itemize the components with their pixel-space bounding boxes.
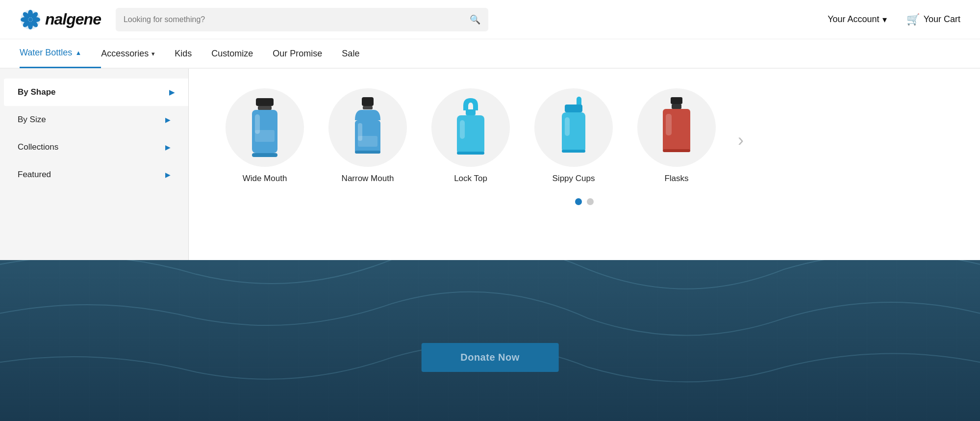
sidebar-menu: By Shape ▶ By Size ▶ Collections ▶ Featu…: [0, 69, 189, 260]
svg-rect-34: [666, 114, 672, 135]
narrow-mouth-label: Narrow Mouth: [342, 174, 394, 184]
narrow-mouth-bottle-icon: [348, 96, 387, 159]
search-input[interactable]: [124, 15, 470, 24]
sidebar-item-featured[interactable]: Featured ▶: [4, 161, 184, 188]
shape-item-sippy-cups[interactable]: Sippy Cups: [527, 88, 620, 184]
sidebar-label-by-shape: By Shape: [18, 87, 55, 97]
shape-item-flasks[interactable]: Flasks: [630, 88, 723, 184]
sidebar-item-by-shape[interactable]: By Shape ▶: [4, 79, 188, 106]
nav-label-kids: Kids: [175, 49, 192, 59]
by-shape-arrow-icon: ▶: [169, 88, 175, 96]
carousel-dot-1[interactable]: [575, 198, 582, 205]
content-panel: Wide Mouth: [189, 69, 980, 260]
header-right: Your Account ▾ 🛒 Your Cart: [828, 13, 960, 26]
nav-label-sale: Sale: [342, 49, 359, 59]
donate-now-button[interactable]: Donate Now: [421, 343, 559, 372]
svg-rect-11: [258, 106, 272, 110]
svg-rect-24: [460, 120, 465, 139]
cart-label: Your Cart: [924, 14, 960, 25]
logo-area[interactable]: nalgene: [20, 9, 101, 30]
narrow-mouth-circle: [328, 88, 407, 167]
search-icon: 🔍: [470, 14, 480, 25]
nav-item-customize[interactable]: Customize: [211, 39, 273, 68]
sippy-cup-bottle-icon: [554, 96, 593, 159]
sidebar-label-by-size: By Size: [18, 115, 46, 125]
svg-rect-17: [363, 106, 373, 109]
svg-point-9: [28, 18, 32, 22]
sidebar-item-by-size[interactable]: By Size ▶: [4, 106, 184, 133]
svg-rect-31: [671, 97, 682, 104]
sidebar-item-collections[interactable]: Collections ▶: [4, 133, 184, 161]
shape-item-wide-mouth[interactable]: Wide Mouth: [218, 88, 311, 184]
cart-button[interactable]: 🛒 Your Cart: [906, 13, 960, 26]
nav-label-accessories: Accessories: [101, 49, 149, 59]
wide-mouth-bottle-icon: [245, 96, 284, 159]
header: nalgene 🔍 Your Account ▾ 🛒 Your Cart: [0, 0, 980, 39]
svg-rect-20: [358, 136, 377, 147]
nav-item-accessories[interactable]: Accessories ▾: [101, 39, 175, 68]
svg-rect-15: [252, 153, 277, 157]
sippy-cups-label: Sippy Cups: [553, 174, 595, 184]
flasks-label: Flasks: [664, 174, 688, 184]
cart-icon: 🛒: [906, 13, 920, 26]
svg-rect-10: [256, 98, 274, 106]
logo-text: nalgene: [45, 10, 101, 28]
svg-rect-21: [355, 151, 380, 154]
account-label: Your Account: [828, 14, 879, 25]
featured-arrow-icon: ▶: [165, 171, 171, 179]
sidebar-label-featured: Featured: [18, 170, 51, 180]
nav-item-sale[interactable]: Sale: [342, 39, 379, 68]
collections-arrow-icon: ▶: [165, 143, 171, 151]
nav-item-our-promise[interactable]: Our Promise: [273, 39, 342, 68]
flask-bottle-icon: [657, 96, 696, 159]
svg-rect-22: [466, 109, 476, 115]
account-chevron-down-icon: ▾: [882, 14, 887, 25]
svg-rect-32: [672, 104, 681, 109]
shape-item-narrow-mouth[interactable]: Narrow Mouth: [321, 88, 414, 184]
sidebar-label-collections: Collections: [18, 142, 58, 152]
nav-item-kids[interactable]: Kids: [175, 39, 211, 68]
accessories-chevron-down-icon: ▾: [151, 50, 155, 57]
svg-rect-35: [663, 149, 690, 152]
flasks-circle: [637, 88, 716, 167]
svg-rect-25: [457, 152, 484, 155]
carousel-next-button[interactable]: ›: [738, 130, 744, 151]
shape-grid: Wide Mouth: [218, 88, 951, 184]
main-nav: Water Bottles ▲ Accessories ▾ Kids Custo…: [0, 39, 980, 69]
carousel-dots: [218, 198, 951, 205]
by-size-arrow-icon: ▶: [165, 116, 171, 124]
nalgene-logo-icon: [20, 9, 41, 30]
water-bottles-chevron-up-icon: ▲: [75, 49, 81, 56]
svg-rect-16: [362, 97, 374, 106]
lock-top-circle: [431, 88, 510, 167]
wide-mouth-circle: [226, 88, 304, 167]
svg-rect-30: [562, 150, 585, 153]
nav-item-water-bottles[interactable]: Water Bottles ▲: [20, 39, 101, 68]
carousel-dot-2[interactable]: [587, 198, 594, 205]
nav-label-water-bottles: Water Bottles: [20, 48, 72, 58]
wide-mouth-label: Wide Mouth: [243, 174, 287, 184]
your-account-button[interactable]: Your Account ▾: [828, 14, 886, 25]
svg-rect-14: [255, 130, 275, 142]
mega-menu-container: By Shape ▶ By Size ▶ Collections ▶ Featu…: [0, 69, 980, 260]
svg-rect-27: [565, 105, 582, 112]
mega-menu: By Shape ▶ By Size ▶ Collections ▶ Featu…: [0, 69, 980, 260]
shape-item-lock-top[interactable]: Lock Top: [424, 88, 517, 184]
nav-label-our-promise: Our Promise: [273, 49, 322, 59]
nav-label-customize: Customize: [211, 49, 253, 59]
sippy-cups-circle: [534, 88, 613, 167]
svg-rect-29: [565, 117, 570, 136]
search-bar[interactable]: 🔍: [116, 8, 488, 31]
lock-top-label: Lock Top: [454, 174, 487, 184]
lock-top-bottle-icon: [451, 96, 490, 159]
